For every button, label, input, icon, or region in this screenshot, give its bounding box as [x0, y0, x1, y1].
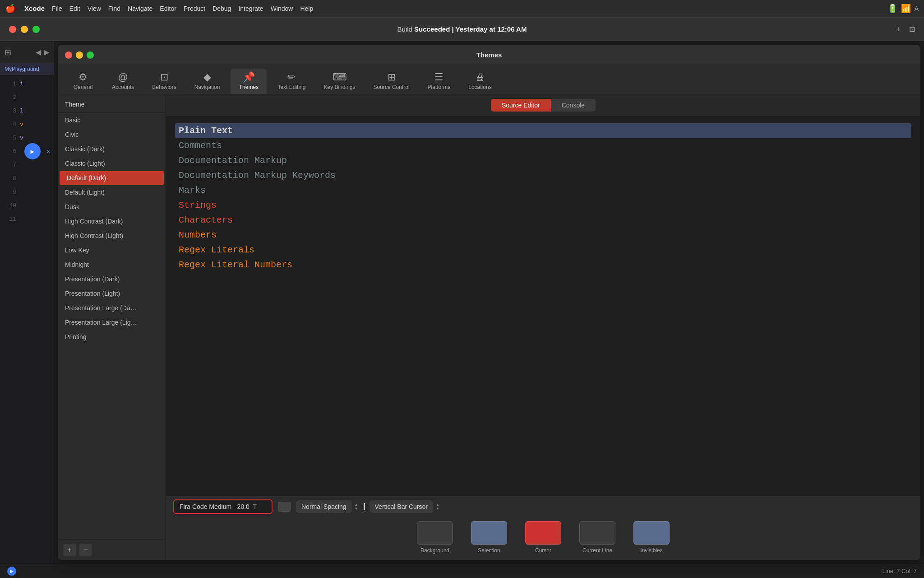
spacing-selector[interactable]: Normal Spacing ▲ ▼	[296, 500, 358, 513]
theme-item-presentation-light[interactable]: Presentation (Light)	[58, 286, 166, 301]
theme-item-civic[interactable]: Civic	[58, 127, 166, 142]
syntax-label-regex-literal-numbers: Regex Literal Numbers	[179, 260, 292, 270]
menu-find[interactable]: Find	[108, 5, 120, 12]
tab-accounts[interactable]: @ Accounts	[105, 69, 141, 94]
nav-forward-icon[interactable]: ▶	[44, 48, 49, 56]
theme-item-high-contrast-dark[interactable]: High Contrast (Dark)	[58, 214, 166, 228]
syntax-row-doc-markup-keywords[interactable]: Documentation Markup Keywords	[175, 168, 911, 183]
swatch-current-line[interactable]: Current Line	[579, 521, 615, 554]
source-editor-tab[interactable]: Source Editor	[491, 99, 551, 112]
swatch-background-color[interactable]	[417, 521, 453, 545]
prefs-close-button[interactable]	[65, 51, 72, 59]
menubar: 🍎 Xcode File Edit View Find Navigate Edi…	[0, 0, 924, 17]
theme-item-printing[interactable]: Printing	[58, 330, 166, 344]
theme-item-dusk[interactable]: Dusk	[58, 200, 166, 214]
swatch-cursor[interactable]: Cursor	[525, 521, 561, 554]
cursor-label: Vertical Bar Cursor	[370, 500, 433, 513]
theme-item-classic-dark[interactable]: Classic (Dark)	[58, 142, 166, 156]
syntax-row-regex-literals[interactable]: Regex Literals	[175, 242, 911, 257]
close-button[interactable]	[9, 26, 16, 33]
theme-item-default-light[interactable]: Default (Light)	[58, 185, 166, 200]
line-row: 4 v	[0, 117, 54, 131]
tab-general[interactable]: ⚙ General	[65, 69, 101, 94]
cursor-selector[interactable]: Vertical Bar Cursor ▲ ▼	[364, 500, 439, 513]
prefs-minimize-button[interactable]	[76, 51, 83, 59]
menu-help[interactable]: Help	[300, 5, 313, 12]
menu-navigate[interactable]: Navigate	[128, 5, 152, 12]
theme-item-midnight[interactable]: Midnight	[58, 257, 166, 272]
theme-item-low-key[interactable]: Low Key	[58, 243, 166, 257]
spacing-arrows[interactable]: ▲ ▼	[355, 503, 358, 511]
code-sidebar: ⊞ ◀ ▶ MyPlayground 1 i 2 3 l 4 v	[0, 42, 54, 564]
sidebar-grid-icon[interactable]: ⊞	[5, 47, 11, 57]
syntax-row-comments[interactable]: Comments	[175, 138, 911, 153]
swatch-background[interactable]: Background	[417, 521, 453, 554]
nav-back-icon[interactable]: ◀	[36, 48, 41, 56]
prefs-maximize-button[interactable]	[87, 51, 94, 59]
menu-product[interactable]: Product	[184, 5, 205, 12]
menu-debug[interactable]: Debug	[213, 5, 231, 12]
theme-item-presentation-large-li[interactable]: Presentation Large (Lig…	[58, 315, 166, 330]
status-play-button[interactable]: ▶	[7, 567, 16, 576]
theme-item-basic[interactable]: Basic	[58, 113, 166, 127]
theme-item-presentation-dark[interactable]: Presentation (Dark)	[58, 272, 166, 286]
theme-item-classic-light[interactable]: Classic (Light)	[58, 156, 166, 171]
swatch-invisibles-color[interactable]	[633, 521, 670, 545]
syntax-label-plain-text: Plain Text	[179, 126, 233, 136]
font-color-swatch[interactable]	[278, 502, 291, 512]
cursor-arrows[interactable]: ▲ ▼	[436, 503, 439, 511]
syntax-row-characters[interactable]: Characters	[175, 213, 911, 228]
swatch-selection-color[interactable]	[471, 521, 507, 545]
font-picker-icon[interactable]: T	[253, 503, 257, 510]
theme-list: Theme Basic Civic Classic (Dark) Classic…	[58, 94, 166, 560]
swatch-current-line-color[interactable]	[579, 521, 615, 545]
tab-navigation[interactable]: ◆ Navigation	[187, 69, 227, 94]
swatches-row: Background Selection Cursor Current Line	[166, 517, 920, 560]
line-row-run: 6 ▶ x	[0, 144, 54, 158]
console-tab[interactable]: Console	[551, 99, 596, 112]
add-tab-icon[interactable]: ＋	[895, 24, 902, 34]
tab-platforms[interactable]: ☰ Platforms	[420, 69, 458, 94]
tab-text-editing[interactable]: ✏ Text Editing	[270, 69, 313, 94]
run-button[interactable]: ▶	[24, 143, 41, 159]
line-row: 7	[0, 158, 54, 172]
theme-item-high-contrast-light[interactable]: High Contrast (Light)	[58, 228, 166, 243]
build-time: | Yesterday at 12:06 AM	[450, 25, 527, 33]
add-theme-button[interactable]: +	[63, 544, 76, 556]
swatch-cursor-color[interactable]	[525, 521, 561, 545]
font-selector[interactable]: Fira Code Medium - 20.0 T	[173, 499, 273, 514]
tab-locations[interactable]: 🖨 Locations	[461, 69, 499, 94]
tab-key-bindings-label: Key Bindings	[323, 84, 355, 90]
swatch-invisibles[interactable]: Invisibles	[633, 521, 670, 554]
apple-menu[interactable]: 🍎	[5, 4, 15, 14]
preferences-panel: Themes ⚙ General @ Accounts ⊡ Behaviors …	[58, 45, 920, 560]
menu-edit[interactable]: Edit	[69, 5, 80, 12]
tab-key-bindings[interactable]: ⌨ Key Bindings	[316, 69, 362, 94]
line-row: 11	[0, 212, 54, 226]
syntax-row-doc-markup[interactable]: Documentation Markup	[175, 153, 911, 168]
minimize-button[interactable]	[21, 26, 28, 33]
line-row: 9	[0, 185, 54, 199]
menu-view[interactable]: View	[88, 5, 101, 12]
syntax-row-plain-text[interactable]: Plain Text	[175, 123, 911, 138]
remove-theme-button[interactable]: −	[79, 544, 92, 556]
app-name[interactable]: Xcode	[24, 5, 45, 12]
syntax-row-marks[interactable]: Marks	[175, 183, 911, 198]
tab-source-control[interactable]: ⊞ Source Control	[366, 69, 417, 94]
swatch-selection[interactable]: Selection	[471, 521, 507, 554]
syntax-row-strings[interactable]: Strings	[175, 198, 911, 213]
layout-icon[interactable]: ⊡	[909, 25, 915, 33]
syntax-row-numbers[interactable]: Numbers	[175, 228, 911, 242]
syntax-row-regex-literal-numbers[interactable]: Regex Literal Numbers	[175, 257, 911, 272]
swatch-current-line-label: Current Line	[582, 547, 612, 554]
menu-integrate[interactable]: Integrate	[238, 5, 263, 12]
theme-item-presentation-large-da[interactable]: Presentation Large (Da…	[58, 301, 166, 315]
menu-editor[interactable]: Editor	[160, 5, 176, 12]
maximize-button[interactable]	[32, 26, 40, 33]
tab-behaviors[interactable]: ⊡ Behaviors	[145, 69, 183, 94]
menu-file[interactable]: File	[52, 5, 62, 12]
theme-item-default-dark[interactable]: Default (Dark)	[60, 171, 164, 185]
menu-window[interactable]: Window	[271, 5, 293, 12]
tab-themes[interactable]: 📌 Themes	[231, 69, 267, 94]
behaviors-icon: ⊡	[160, 72, 168, 82]
